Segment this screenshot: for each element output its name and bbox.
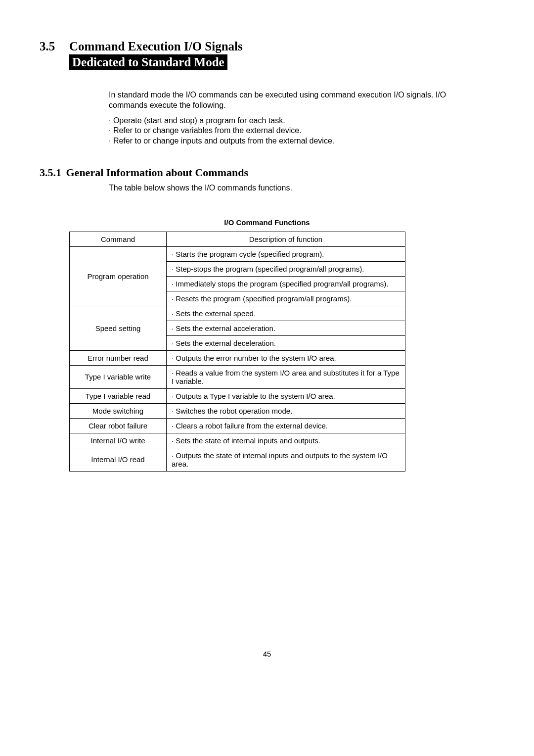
cell-description: · Resets the program (specified program/… <box>167 291 405 306</box>
table-row: Command Description of function <box>70 232 405 246</box>
cell-description: · Reads a value from the system I/O area… <box>167 365 405 388</box>
page-number: 45 <box>40 650 494 658</box>
table-row: Mode switching · Switches the robot oper… <box>70 403 405 418</box>
cell-command: Internal I/O read <box>70 448 167 471</box>
cell-description: · Switches the robot operation mode. <box>167 403 405 418</box>
cell-description: · Sets the external speed. <box>167 306 405 321</box>
section-subtitle: Dedicated to Standard Mode <box>69 54 227 70</box>
cell-command: Speed setting <box>70 306 167 350</box>
section-number: 3.5 <box>40 40 69 53</box>
cell-command: Program operation <box>70 246 167 306</box>
cell-description: · Step-stops the program (specified prog… <box>167 261 405 276</box>
cell-description: · Outputs a Type I variable to the syste… <box>167 388 405 403</box>
cell-description: · Outputs the error number to the system… <box>167 350 405 365</box>
intro-bullet-3: · Refer to or change inputs and outputs … <box>109 136 455 146</box>
subsection-title: General Information about Commands <box>66 166 249 179</box>
cell-description: · Immediately stops the program (specifi… <box>167 276 405 291</box>
table-row: Type I variable write · Reads a value fr… <box>70 365 405 388</box>
cell-command: Type I variable write <box>70 365 167 388</box>
table-row: Internal I/O write · Sets the state of i… <box>70 433 405 448</box>
cell-description: · Sets the external deceleration. <box>167 335 405 350</box>
cell-command: Error number read <box>70 350 167 365</box>
intro-bullet-2: · Refer to or change variables from the … <box>109 126 455 136</box>
subsection-heading: 3.5.1 General Information about Commands <box>40 166 494 179</box>
cell-command: Type I variable read <box>70 388 167 403</box>
cell-description: · Outputs the state of internal inputs a… <box>167 448 405 471</box>
intro-paragraph: In standard mode the I/O commands can be… <box>109 90 455 111</box>
table-row: Error number read · Outputs the error nu… <box>70 350 405 365</box>
intro-block: In standard mode the I/O commands can be… <box>109 90 455 146</box>
header-command: Command <box>70 232 167 246</box>
table-row: Speed setting · Sets the external speed. <box>70 306 405 321</box>
table-row: Type I variable read · Outputs a Type I … <box>70 388 405 403</box>
cell-description: · Sets the external acceleration. <box>167 321 405 335</box>
section-heading: 3.5Command Execution I/O Signals Dedicat… <box>40 40 494 70</box>
subsection-para: The table below shows the I/O commands f… <box>109 183 455 193</box>
cell-command: Clear robot failure <box>70 418 167 433</box>
table-caption: I/O Command Functions <box>40 218 494 227</box>
table-row: Internal I/O read · Outputs the state of… <box>70 448 405 471</box>
section-title: Command Execution I/O Signals <box>69 40 243 53</box>
cell-command: Mode switching <box>70 403 167 418</box>
cell-description: · Starts the program cycle (specified pr… <box>167 246 405 261</box>
intro-bullet-1: · Operate (start and stop) a program for… <box>109 116 455 126</box>
header-description: Description of function <box>167 232 405 246</box>
table-row: Program operation · Starts the program c… <box>70 246 405 261</box>
io-command-table: Command Description of function Program … <box>69 232 405 472</box>
cell-description: · Clears a robot failure from the extern… <box>167 418 405 433</box>
table-row: Clear robot failure · Clears a robot fai… <box>70 418 405 433</box>
cell-description: · Sets the state of internal inputs and … <box>167 433 405 448</box>
subsection-number: 3.5.1 <box>40 166 63 179</box>
cell-command: Internal I/O write <box>70 433 167 448</box>
